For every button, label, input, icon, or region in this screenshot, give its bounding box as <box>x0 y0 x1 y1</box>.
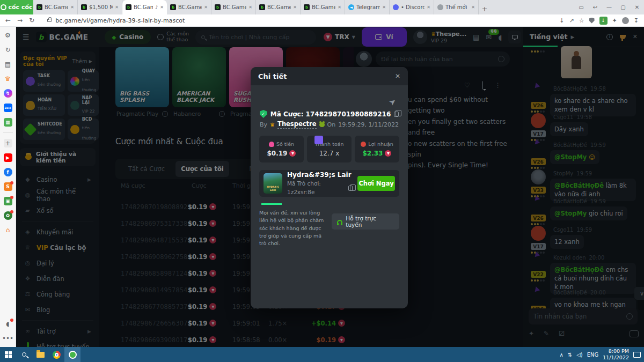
page-url[interactable]: bc.game/vi/game/hydra-39-s-lair-by-masco… <box>55 17 185 24</box>
bcgame-favicon: b <box>215 4 221 10</box>
games-icon[interactable]: ▦ <box>4 118 12 127</box>
tab-midweek[interactable]: b$1,500 Midwe✕ <box>78 0 122 14</box>
coccoc-logo-icon <box>1 4 6 10</box>
active-tab-underline <box>261 203 282 205</box>
file-explorer-icon[interactable] <box>32 347 48 362</box>
bet-datetime: 19:59:29, 1/11/2022 <box>338 121 399 128</box>
game-info-box: HYDRA'S LAIR Hydra&#39;s Lair Mã Trò chơ… <box>259 170 399 197</box>
profile-avatar-icon[interactable] <box>622 17 629 24</box>
video-download-icon[interactable]: ↓ <box>599 17 608 25</box>
save-page-icon[interactable]: ↓ <box>559 17 564 24</box>
browser-tab-bar: cốc cốc bBC.Game: Cryp✕ b$1,500 Midwe✕ b… <box>0 0 644 14</box>
lock-icon[interactable] <box>47 19 52 22</box>
shop-icon[interactable]: S <box>4 182 12 191</box>
start-button[interactable] <box>0 347 16 362</box>
close-window-button[interactable]: ✕ <box>630 4 644 10</box>
extensions-icon[interactable]: ✦ <box>612 17 617 24</box>
game-id: Mã Trò chơi: 1z2xsr:8e <box>287 180 345 197</box>
coccoc-taskbar-icon[interactable] <box>64 347 80 362</box>
close-icon[interactable]: ✕ <box>471 5 475 10</box>
bcgame-favicon: b <box>170 4 176 10</box>
close-icon[interactable]: ✕ <box>160 5 164 10</box>
share-arrow-icon[interactable]: ➤ <box>387 96 398 108</box>
taskbar-search-icon[interactable] <box>16 347 32 362</box>
support-row: Mọi vấn đề, xin vui lòng liên hệ với bộ … <box>259 209 399 247</box>
history-icon[interactable]: ↻ <box>4 46 12 54</box>
reload-icon[interactable]: ↻ <box>29 17 34 24</box>
tab-bcgame-3[interactable]: bBC.Game: Cryp✕ <box>167 0 211 14</box>
restore-tabs-icon[interactable]: ↩ <box>588 4 602 10</box>
stat-profit: Lợi nhuận $2.33 <box>355 136 399 162</box>
tab-bcgame-active[interactable]: bBC.Game:♪✕ <box>122 0 167 14</box>
new-tab-button[interactable]: + <box>479 3 491 14</box>
back-icon[interactable]: ← <box>5 17 11 24</box>
tab-discord[interactable]: • Discord | #🔊✕ <box>390 0 434 14</box>
newsfeed-icon[interactable]: ▤ <box>4 60 12 69</box>
coccoc-brand[interactable]: cốc cốc <box>0 0 33 14</box>
chrome-icon[interactable] <box>48 347 64 362</box>
bet-author[interactable]: Thespectre <box>277 120 317 129</box>
add-shortcut-icon[interactable]: + <box>4 139 12 147</box>
modal-title-bar: Chi tiết ✕ <box>251 67 408 85</box>
verified-shield-icon: ✓ <box>260 110 267 118</box>
window-controls: ▭ ↩ — ▢ ✕ <box>574 0 644 14</box>
tab-telegram[interactable]: ◄Telegram✕ <box>345 0 390 14</box>
copy-icon[interactable] <box>348 186 353 191</box>
tab-the-moi[interactable]: Thế mới✕ <box>434 0 479 14</box>
live-support-button[interactable]: Hỗ trợ trực tuyến <box>332 213 399 230</box>
crown-icon[interactable]: ♛ <box>4 75 12 83</box>
more-dots-icon[interactable]: ••• <box>4 334 12 343</box>
tray-expand-icon[interactable]: ∧ <box>559 352 563 358</box>
tab-bcgame-4[interactable]: bBC.Game: Cryp✕ <box>211 0 256 14</box>
close-icon[interactable]: ✕ <box>204 5 208 10</box>
tab-bcgame-1[interactable]: bBC.Game: Cryp✕ <box>33 0 78 14</box>
close-modal-icon[interactable]: ✕ <box>395 72 400 80</box>
tab-bcgame-6[interactable]: bBC.Game: Cryp✕ <box>301 0 345 14</box>
cart-icon[interactable]: ⌂ <box>4 226 12 234</box>
modal-title: Chi tiết <box>258 72 287 80</box>
url-field[interactable]: bc.game/vi/game/hydra-39-s-lair-by-masco… <box>41 17 553 24</box>
youtube-icon[interactable]: ▶ <box>4 153 12 162</box>
audio-icon[interactable]: ♪ <box>155 5 158 10</box>
tab-search-icon[interactable]: ▭ <box>574 4 588 10</box>
settings-gear-icon[interactable]: ⚙ <box>4 31 12 40</box>
game-title: Hydra&#39;s Lair <box>287 170 353 180</box>
bet-author-row: By ♛ Thespectre On 19:59:29, 1/11/2022 <box>251 120 408 129</box>
facebook-icon[interactable]: f <box>4 168 12 176</box>
close-icon[interactable]: ✕ <box>382 5 386 10</box>
downloads-tray-icon[interactable]: ↧ <box>634 17 639 24</box>
close-icon[interactable]: ✕ <box>248 5 252 10</box>
taskbar-clock[interactable]: 8:00 PM11/1/2022 <box>603 348 629 361</box>
close-icon[interactable]: ✕ <box>293 5 297 10</box>
close-icon[interactable]: ✕ <box>70 5 74 10</box>
bcgame-favicon: b <box>259 4 265 10</box>
bcgame-app: ☰ b BC.GAME ◆ Casino Các mônthể thao TRX… <box>16 27 644 347</box>
adblock-shield-icon[interactable] <box>589 18 595 24</box>
notifications-bell-icon[interactable]: ◖ <box>4 320 12 328</box>
support-text: Mọi vấn đề, xin vui lòng liên hệ với bộ … <box>259 209 327 247</box>
forward-icon[interactable]: → <box>17 17 23 24</box>
close-icon[interactable]: ✕ <box>427 5 430 10</box>
maximize-button[interactable]: ▢ <box>616 4 630 10</box>
bcgame-favicon: b <box>126 4 131 10</box>
play-now-button[interactable]: Chơi Ngay <box>357 176 395 191</box>
screen: cốc cốc bBC.Game: Cryp✕ b$1,500 Midwe✕ b… <box>0 0 644 362</box>
network-icon[interactable]: ⇅ <box>568 352 572 358</box>
zalo-icon[interactable]: Zalo <box>4 104 12 112</box>
close-icon[interactable]: ✕ <box>115 5 119 10</box>
copy-icon[interactable] <box>394 112 399 117</box>
bcgame-favicon: b <box>81 4 87 10</box>
messenger-icon[interactable]: ↯ <box>4 89 12 98</box>
close-icon[interactable]: ✕ <box>338 5 341 10</box>
action-center-icon[interactable] <box>633 352 641 358</box>
volume-icon[interactable]: ◁) <box>576 352 583 358</box>
bookmark-star-icon[interactable]: ☆ <box>579 17 584 24</box>
tab-bcgame-5[interactable]: bBC.Game: Cryp✕ <box>256 0 301 14</box>
minimize-button[interactable]: — <box>602 4 616 10</box>
gift-icon[interactable]: ▣ <box>4 197 12 205</box>
promo-icon[interactable]: ✿ <box>4 211 12 220</box>
language-indicator[interactable]: ENG <box>587 352 599 358</box>
bcgame-favicon: b <box>304 4 310 10</box>
game-thumbnail[interactable]: HYDRA'S LAIR <box>264 173 282 194</box>
share-icon[interactable]: ↗ <box>569 17 574 24</box>
